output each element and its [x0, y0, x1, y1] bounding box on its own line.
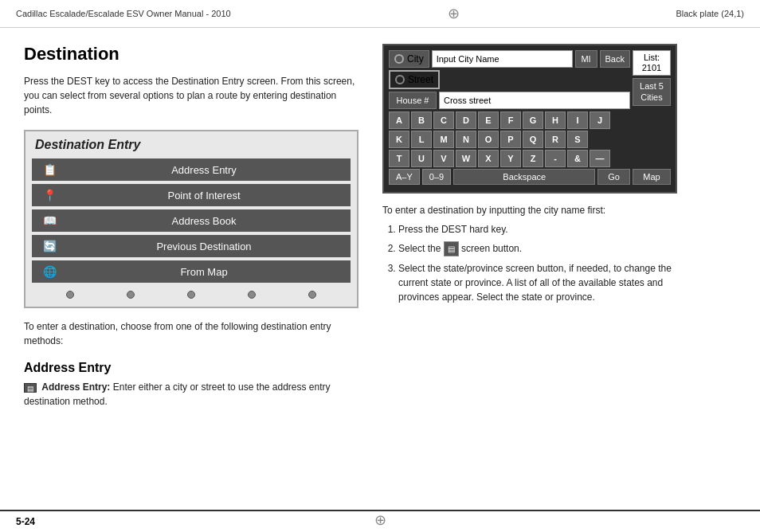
- key-W[interactable]: W: [456, 150, 476, 167]
- menu-item-from-map[interactable]: 🌐 From Map: [32, 260, 351, 283]
- desc-steps-list: Press the DEST hard key. Select the ▤ sc…: [382, 222, 677, 304]
- key-dash[interactable]: -: [545, 150, 566, 167]
- header-left-text: Cadillac Escalade/Escalade ESV Owner Man…: [16, 9, 231, 18]
- letter-row-3: T U V W X Y Z - & —: [389, 150, 630, 167]
- key-B[interactable]: B: [411, 111, 432, 129]
- kb-side-panel: List: 2101 Last 5Cities Map: [633, 50, 671, 185]
- map-button[interactable]: Map: [633, 169, 671, 185]
- desc-step-3: Select the state/province screen button,…: [398, 261, 677, 304]
- main-content: Destination Press the DEST key to access…: [0, 28, 760, 424]
- letter-row-2: K L M N O P Q R S: [389, 131, 630, 148]
- desc-step-2: Select the ▤ screen button.: [398, 241, 677, 256]
- menu-item-previous-destination[interactable]: 🔄 Previous Destination: [32, 235, 351, 257]
- menu-label-poi: Point of Interest: [65, 190, 343, 201]
- kb-row-house: House # Cross street: [389, 92, 630, 109]
- header-right-text: Black plate (24,1): [676, 9, 744, 18]
- menu-item-address-book[interactable]: 📖 Address Book: [32, 209, 351, 232]
- last5-button[interactable]: Last 5Cities: [633, 78, 671, 105]
- zero9-button[interactable]: 0–9: [422, 169, 451, 185]
- destination-entry-box: Destination Entry 📋 Address Entry 📍 Poin…: [24, 130, 358, 308]
- key-X[interactable]: X: [478, 150, 499, 167]
- mi-button[interactable]: MI: [575, 50, 597, 68]
- address-book-icon: 📖: [40, 213, 59, 228]
- key-L[interactable]: L: [411, 131, 432, 148]
- list-label: List:: [637, 53, 666, 63]
- enter-text: To enter a destination, choose from one …: [24, 319, 358, 348]
- menu-item-address-entry[interactable]: 📋 Address Entry: [32, 158, 351, 181]
- key-Y[interactable]: Y: [500, 150, 521, 167]
- desc-step-1: Press the DEST hard key.: [398, 222, 677, 237]
- street-button[interactable]: Street: [389, 70, 440, 89]
- footer-crosshair: ⊕: [374, 511, 386, 529]
- key-M[interactable]: M: [433, 131, 454, 148]
- go-button[interactable]: Go: [597, 169, 630, 185]
- from-map-icon: 🌐: [40, 264, 59, 279]
- cross-street-text: Cross street: [444, 96, 491, 105]
- kb-row-city: City Input City Name MI Back: [389, 50, 630, 68]
- key-A[interactable]: A: [389, 111, 409, 129]
- house-button[interactable]: House #: [389, 92, 437, 109]
- menu-label-address-entry: Address Entry: [65, 164, 343, 176]
- right-column: City Input City Name MI Back Street: [382, 44, 677, 409]
- key-I[interactable]: I: [567, 111, 588, 129]
- dot-5: [308, 291, 316, 299]
- key-dash2[interactable]: —: [590, 150, 610, 167]
- key-J[interactable]: J: [590, 111, 610, 129]
- key-D[interactable]: D: [456, 111, 476, 129]
- key-G[interactable]: G: [523, 111, 543, 129]
- page-title: Destination: [24, 44, 358, 65]
- city-circle-empty: [394, 54, 404, 64]
- key-F[interactable]: F: [500, 111, 521, 129]
- intro-text: Press the DEST key to access the Destina…: [24, 74, 358, 117]
- page-footer: 5-24 ⊕: [0, 510, 760, 532]
- address-entry-bold: Address Entry:: [41, 381, 110, 393]
- key-R[interactable]: R: [545, 131, 566, 148]
- street-circle-filled: [395, 75, 405, 84]
- poi-icon: 📍: [40, 188, 59, 202]
- back-button[interactable]: Back: [600, 50, 630, 68]
- key-V[interactable]: V: [433, 150, 454, 167]
- key-Z[interactable]: Z: [523, 150, 543, 167]
- key-H[interactable]: H: [545, 111, 566, 129]
- address-entry-text: ▤ Address Entry: Enter either a city or …: [24, 380, 358, 409]
- menu-item-point-of-interest[interactable]: 📍 Point of Interest: [32, 184, 351, 206]
- city-button[interactable]: City: [389, 50, 429, 68]
- city-input-text: Input City Name: [437, 54, 499, 64]
- header-crosshair-center: ⊕: [448, 5, 460, 22]
- list-count-display: List: 2101: [633, 50, 671, 76]
- dot-4: [248, 291, 256, 299]
- key-K[interactable]: K: [389, 131, 409, 148]
- street-label: Street: [408, 74, 433, 85]
- key-N[interactable]: N: [456, 131, 476, 148]
- key-Q[interactable]: Q: [523, 131, 543, 148]
- dot-1: [66, 291, 74, 299]
- key-E[interactable]: E: [478, 111, 499, 129]
- az-button[interactable]: A–Y: [389, 169, 420, 185]
- menu-label-prev-dest: Previous Destination: [65, 241, 343, 252]
- menu-label-from-map: From Map: [65, 266, 343, 278]
- address-entry-inline-icon: ▤: [24, 383, 37, 393]
- key-S[interactable]: S: [567, 131, 588, 148]
- key-U[interactable]: U: [411, 150, 432, 167]
- address-entry-icon: 📋: [40, 162, 59, 177]
- page-header: Cadillac Escalade/Escalade ESV Owner Man…: [0, 0, 760, 28]
- letter-row-1: A B C D E F G H I J: [389, 111, 630, 129]
- keyboard-ui: City Input City Name MI Back Street: [382, 44, 677, 194]
- key-T[interactable]: T: [389, 150, 409, 167]
- city-label: City: [407, 53, 424, 65]
- city-input-display[interactable]: Input City Name: [432, 50, 573, 68]
- menu-label-address-book: Address Book: [65, 215, 343, 227]
- page-number: 5-24: [16, 516, 35, 527]
- key-O[interactable]: O: [478, 131, 499, 148]
- key-ampersand[interactable]: &: [567, 150, 588, 167]
- key-C[interactable]: C: [433, 111, 454, 129]
- address-entry-heading: Address Entry: [24, 361, 358, 375]
- backspace-button[interactable]: Backspace: [453, 169, 595, 185]
- bottom-dots-row: [32, 286, 351, 300]
- dest-entry-title: Destination Entry: [32, 138, 351, 152]
- screen-button-inline: ▤: [444, 241, 459, 256]
- key-P[interactable]: P: [500, 131, 521, 148]
- left-column: Destination Press the DEST key to access…: [24, 44, 358, 409]
- cross-street-display[interactable]: Cross street: [439, 92, 630, 109]
- prev-dest-icon: 🔄: [40, 239, 59, 253]
